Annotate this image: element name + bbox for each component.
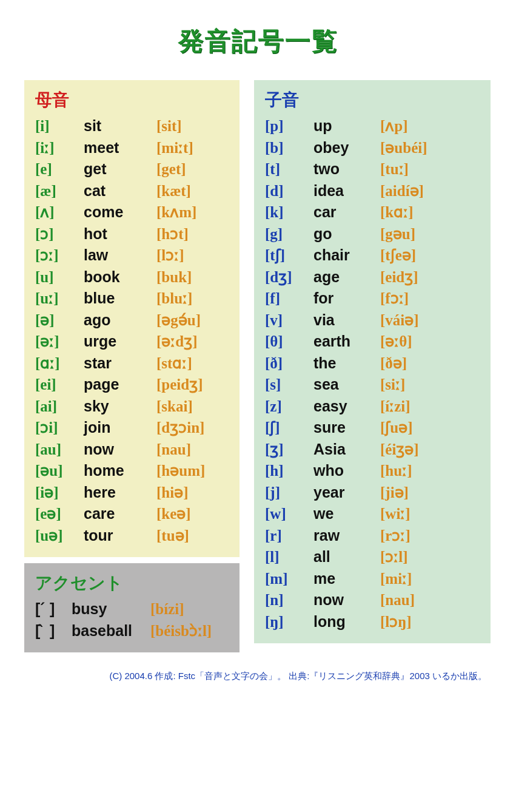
table-row: [ ́ ]busy[bízi] <box>35 598 230 620</box>
word-cell: urge <box>84 331 156 352</box>
symbol-cell: [ɔ] <box>35 224 84 245</box>
pronunciation-cell: [kʌm] <box>156 202 230 223</box>
pronunciation-cell: [buk] <box>156 267 230 288</box>
pronunciation-cell: [ʃuə] <box>380 418 481 439</box>
pronunciation-cell: [béisbɔ̀ːl] <box>150 621 230 642</box>
table-row: [ɔ]hot[hɔt] <box>35 223 230 245</box>
symbol-cell: [v] <box>265 310 313 331</box>
symbol-cell: [uə] <box>35 526 84 547</box>
word-cell: tour <box>84 525 156 546</box>
vowels-header: 母音 <box>35 89 230 112</box>
word-cell: hot <box>84 223 156 245</box>
table-row: [t]two[tuː] <box>265 158 481 180</box>
word-cell: two <box>313 158 380 180</box>
pronunciation-cell: [nau] <box>380 590 481 611</box>
table-row: [iə]here[hiə] <box>35 482 230 504</box>
symbol-cell: [ai] <box>35 396 84 418</box>
pronunciation-cell: [sit] <box>156 116 230 137</box>
symbol-cell: [ei] <box>35 374 84 396</box>
word-cell: Asia <box>313 439 380 460</box>
table-row: [j]year[jiə] <box>265 482 481 504</box>
symbol-cell: [ɑː] <box>35 353 84 374</box>
pronunciation-cell: [váiə] <box>380 310 481 331</box>
pronunciation-cell: [gəu] <box>380 224 481 245</box>
table-row: [r]raw[rɔː] <box>265 525 481 547</box>
pronunciation-cell: [tʃeə] <box>380 245 481 266</box>
pronunciation-cell: [stɑː] <box>156 353 230 374</box>
word-cell: earth <box>313 331 380 352</box>
word-cell: join <box>84 417 156 438</box>
word-cell: obey <box>313 137 380 158</box>
symbol-cell: [t] <box>265 159 313 180</box>
pronunciation-cell: [lɔː] <box>156 245 230 266</box>
page: 発音記号一覧 母音 [i]sit[sit][iː]meet[miːt][e]ge… <box>0 0 516 694</box>
symbol-cell: [au] <box>35 439 84 461</box>
word-cell: sit <box>84 115 156 137</box>
footer-credit: (C) 2004.6 作成: Fstc「音声と文字の会」。 出典:『リスニング英… <box>24 671 492 682</box>
pronunciation-cell: [nau] <box>156 439 230 461</box>
pronunciation-cell: [lɔŋ] <box>380 612 481 633</box>
word-cell: chair <box>313 245 380 266</box>
symbol-cell: [dʒ] <box>265 267 313 288</box>
symbol-cell: [i] <box>35 116 84 137</box>
pronunciation-cell: [éiʒə] <box>380 439 481 461</box>
vowels-list: [i]sit[sit][iː]meet[miːt][e]get[get][æ]c… <box>35 115 230 546</box>
table-row: [ ̀ ]baseball[béisbɔ̀ːl] <box>35 620 230 642</box>
word-cell: book <box>84 266 156 288</box>
symbol-cell: [b] <box>265 138 313 159</box>
table-row: [ə]ago[əgə́u] <box>35 310 230 331</box>
table-row: [n]now[nau] <box>265 589 481 611</box>
table-row: [iː]meet[miːt] <box>35 137 230 159</box>
table-row: [ð]the[ðə] <box>265 353 481 374</box>
pronunciation-cell: [get] <box>156 159 230 180</box>
word-cell: now <box>313 589 380 611</box>
symbol-cell: [ð] <box>265 353 313 374</box>
pronunciation-cell: [əːdʒ] <box>156 331 230 353</box>
pronunciation-cell: [keə] <box>156 504 230 525</box>
accent-panel: アクセント [ ́ ]busy[bízi][ ̀ ]baseball[béisb… <box>24 563 240 652</box>
table-row: [ʒ]Asia[éiʒə] <box>265 439 481 461</box>
symbol-cell: [ ̀ ] <box>35 620 72 641</box>
symbol-cell: [ə] <box>35 310 84 331</box>
columns: 母音 [i]sit[sit][iː]meet[miːt][e]get[get][… <box>24 80 492 652</box>
word-cell: baseball <box>72 620 150 641</box>
table-row: [dʒ]age[eidʒ] <box>265 266 481 288</box>
pronunciation-cell: [əːθ] <box>380 331 481 353</box>
symbol-cell: [z] <box>265 396 313 418</box>
symbol-cell: [ʃ] <box>265 418 313 439</box>
table-row: [e]get[get] <box>35 158 230 180</box>
symbol-cell: [ɔi] <box>35 418 84 439</box>
table-row: [ai]sky[skai] <box>35 396 230 418</box>
pronunciation-cell: [miː] <box>380 569 481 590</box>
symbol-cell: [e] <box>35 159 84 180</box>
pronunciation-cell: [skai] <box>156 396 230 418</box>
table-row: [z]easy[íːzi] <box>265 396 481 418</box>
pronunciation-cell: [hiə] <box>156 482 230 504</box>
symbol-cell: [g] <box>265 224 313 245</box>
table-row: [h]who[huː] <box>265 460 481 482</box>
pronunciation-cell: [miːt] <box>156 138 230 159</box>
pronunciation-cell: [bluː] <box>156 288 230 310</box>
symbol-cell: [uː] <box>35 288 84 310</box>
table-row: [k]car[kɑː] <box>265 201 481 223</box>
word-cell: me <box>313 568 380 589</box>
pronunciation-cell: [huː] <box>380 461 481 482</box>
symbol-cell: [θ] <box>265 331 313 353</box>
table-row: [ɔi]join[dʒɔin] <box>35 417 230 439</box>
consonants-list: [p]up[ʌp][b]obey[əubéi][t]two[tuː][d]ide… <box>265 115 481 632</box>
word-cell: the <box>313 353 380 374</box>
table-row: [əu]home[həum] <box>35 460 230 482</box>
word-cell: go <box>313 223 380 245</box>
symbol-cell: [l] <box>265 547 313 568</box>
word-cell: law <box>84 245 156 266</box>
word-cell: blue <box>84 288 156 309</box>
symbol-cell: [m] <box>265 569 313 590</box>
symbol-cell: [w] <box>265 504 313 525</box>
table-row: [ŋ]long[lɔŋ] <box>265 611 481 633</box>
left-column: 母音 [i]sit[sit][iː]meet[miːt][e]get[get][… <box>24 80 240 652</box>
word-cell: year <box>313 482 380 503</box>
pronunciation-cell: [əgə́u] <box>156 310 230 331</box>
table-row: [ɑː]star[stɑː] <box>35 353 230 374</box>
pronunciation-cell: [wiː] <box>380 504 481 525</box>
symbol-cell: [j] <box>265 482 313 504</box>
